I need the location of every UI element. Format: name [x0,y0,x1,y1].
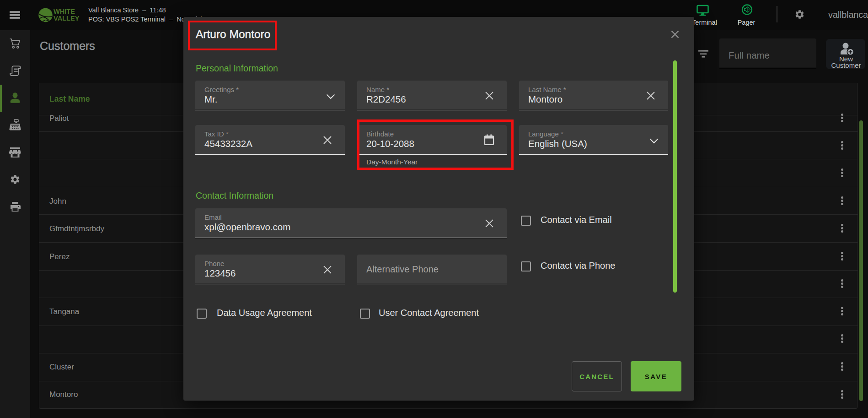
svg-text:WHITE: WHITE [54,8,75,15]
svg-text:VALLEY: VALLEY [54,15,80,22]
